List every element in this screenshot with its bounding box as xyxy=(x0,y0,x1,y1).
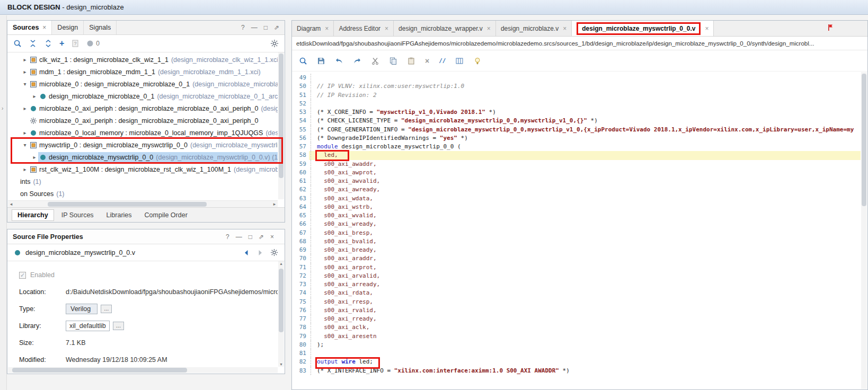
code-line[interactable]: 57module design_microblaze_myswctrlip_0_… xyxy=(292,143,861,151)
toggle-comment-icon[interactable]: // xyxy=(439,57,446,64)
code-line[interactable]: 49 xyxy=(292,74,861,82)
code-line[interactable]: 59 s00_axi_awaddr, xyxy=(292,160,861,169)
columns-icon[interactable] xyxy=(455,57,464,65)
tree-item-content[interactable]: microblaze_0_local_memory : microblaze_0… xyxy=(29,128,278,138)
chevron-right-icon[interactable]: ▸ xyxy=(31,154,38,160)
code-line[interactable]: 72 s00_axi_arvalid, xyxy=(292,272,861,280)
type-select[interactable]: Verilog xyxy=(66,304,98,314)
code-line[interactable]: 52 xyxy=(292,100,861,108)
sources-hierarchy-tree[interactable]: ▸clk_wiz_1 : design_microblaze_clk_wiz_1… xyxy=(7,52,278,199)
editor-tab[interactable]: design_microblaze_wrapper.v× xyxy=(394,21,496,36)
code-line[interactable]: 75 s00_axi_rresp, xyxy=(292,298,861,306)
tree-item-content[interactable]: ints(1) xyxy=(19,176,43,187)
browse-button[interactable]: ... xyxy=(113,322,124,330)
chevron-right-icon[interactable]: ▸ xyxy=(21,69,29,75)
messages-badge[interactable]: 0 xyxy=(86,40,100,47)
search-icon[interactable] xyxy=(13,39,22,48)
help-icon[interactable]: ? xyxy=(241,24,245,31)
editor-tab[interactable]: Diagram× xyxy=(292,21,334,36)
code-line[interactable]: 79 s00_axi_aresetn xyxy=(292,332,861,341)
code-line[interactable]: 76 s00_axi_rvalid, xyxy=(292,306,861,315)
code-line[interactable]: 60 s00_axi_awprot, xyxy=(292,169,861,177)
tree-item-content[interactable]: microblaze_0_axi_periph : design_microbl… xyxy=(29,103,278,113)
minimize-icon[interactable]: — xyxy=(236,233,242,241)
paste-icon[interactable] xyxy=(407,57,415,65)
scrollbar-thumb[interactable] xyxy=(862,74,866,206)
tree-horizontal-scrollbar[interactable]: ◂ ▸ xyxy=(8,200,278,207)
code-line[interactable]: 69 s00_axi_bready, xyxy=(292,246,861,254)
code-line[interactable]: 66 s00_axi_wready, xyxy=(292,220,861,228)
code-line[interactable]: 63 s00_axi_wdata, xyxy=(292,194,861,203)
code-line[interactable]: 62 s00_axi_awready, xyxy=(292,185,861,194)
scroll-up-icon[interactable]: ▴ xyxy=(278,261,284,266)
maximize-icon[interactable]: □ xyxy=(264,24,268,31)
scrollbar-thumb[interactable] xyxy=(279,269,284,332)
tree-item[interactable]: on Sources(1) xyxy=(7,188,278,199)
code-line[interactable]: 74 s00_axi_rdata, xyxy=(292,289,861,297)
tree-item[interactable]: ▸rst_clk_wiz_1_100M : design_microblaze_… xyxy=(7,163,278,175)
enabled-checkbox[interactable]: ✓ xyxy=(19,272,26,279)
tab-design[interactable]: Design xyxy=(52,21,84,34)
code-line[interactable]: 73 s00_axi_arready, xyxy=(292,280,861,289)
tree-item-content[interactable]: rst_clk_wiz_1_100M : design_microblaze_r… xyxy=(29,164,278,174)
back-icon[interactable] xyxy=(243,249,250,256)
code-line[interactable]: 83(* X_INTERFACE_INFO = "xilinx.com:inte… xyxy=(292,367,861,375)
tree-item-selected-content[interactable]: design_microblaze_myswctrlip_0_0(design_… xyxy=(38,152,278,162)
tree-item[interactable]: ▸microblaze_0_axi_periph : design_microb… xyxy=(7,102,278,114)
settings-gear-icon[interactable] xyxy=(270,39,279,48)
properties-vertical-scrollbar[interactable]: ▴ ▾ xyxy=(278,261,284,367)
help-icon[interactable]: ? xyxy=(226,233,229,241)
browse-button[interactable]: ... xyxy=(101,305,112,313)
tree-item[interactable]: ▸mdm_1 : design_microblaze_mdm_1_1(desig… xyxy=(7,66,278,78)
tab-compile-order[interactable]: Compile Order xyxy=(139,210,193,220)
tree-item[interactable]: ▾microblaze_0 : design_microblaze_microb… xyxy=(7,78,278,90)
chevron-down-icon[interactable]: ▾ xyxy=(21,142,29,148)
tab-ip-sources[interactable]: IP Sources xyxy=(56,210,99,220)
close-icon[interactable]: × xyxy=(42,24,46,31)
tree-vertical-scrollbar[interactable] xyxy=(278,52,284,199)
chevron-down-icon[interactable]: ▾ xyxy=(21,81,29,87)
code-line[interactable]: 53(* X_CORE_INFO = "myswctrlip_v1_0,Viva… xyxy=(292,108,861,117)
tab-signals[interactable]: Signals xyxy=(84,21,117,34)
code-line[interactable]: 68 s00_axi_bvalid, xyxy=(292,237,861,246)
close-icon[interactable]: × xyxy=(487,25,491,32)
forward-icon[interactable] xyxy=(256,249,264,256)
code-line[interactable]: 64 s00_axi_wstrb, xyxy=(292,203,861,211)
collapse-all-icon[interactable] xyxy=(29,39,37,48)
tree-item[interactable]: ▾myswctrlip_0 : design_microblaze_myswct… xyxy=(7,139,278,151)
code-line[interactable]: 82output wire led; xyxy=(292,358,861,366)
code-line[interactable]: 51// IP Revision: 2 xyxy=(292,91,861,100)
code-editor[interactable]: 4950// IP VLNV: xilinx.com:user:myswctrl… xyxy=(292,72,861,389)
code-line[interactable]: 58 led, xyxy=(292,151,861,159)
code-line[interactable]: 71 s00_axi_arprot, xyxy=(292,263,861,272)
code-line[interactable]: 81 xyxy=(292,349,861,358)
library-input[interactable]: xil_defaultlib xyxy=(66,321,110,331)
tree-item-content[interactable]: myswctrlip_0 : design_microblaze_myswctr… xyxy=(29,140,278,150)
copy-icon[interactable] xyxy=(389,57,397,65)
scroll-down-icon[interactable]: ▾ xyxy=(278,362,284,367)
tree-item[interactable]: microblaze_0_axi_periph : design_microbl… xyxy=(7,114,278,127)
properties-horizontal-scrollbar[interactable] xyxy=(8,367,278,373)
cut-icon[interactable] xyxy=(371,57,379,65)
delete-icon[interactable]: × xyxy=(425,57,429,65)
minimize-icon[interactable]: — xyxy=(251,24,258,31)
left-collapse-strip[interactable]: › xyxy=(0,15,7,390)
editor-tab[interactable]: Address Editor× xyxy=(334,21,394,36)
tree-item[interactable]: ints(1) xyxy=(7,175,278,188)
tree-item-content[interactable]: microblaze_0 : design_microblaze_microbl… xyxy=(29,79,278,89)
tab-sources[interactable]: Sources × xyxy=(7,21,52,34)
tab-hierarchy[interactable]: Hierarchy xyxy=(12,209,54,221)
tree-item[interactable]: ▸clk_wiz_1 : design_microblaze_clk_wiz_1… xyxy=(7,54,278,66)
light-bulb-icon[interactable] xyxy=(473,57,482,65)
maximize-icon[interactable]: □ xyxy=(249,233,252,241)
code-line[interactable]: 55(* CORE_GENERATION_INFO = "design_micr… xyxy=(292,126,861,134)
close-icon[interactable]: × xyxy=(270,233,274,241)
code-line[interactable]: 54(* CHECK_LICENSE_TYPE = "design_microb… xyxy=(292,117,861,125)
scrollbar-thumb[interactable] xyxy=(48,202,207,207)
close-icon[interactable]: × xyxy=(325,25,329,32)
code-line[interactable]: 67 s00_axi_bresp, xyxy=(292,229,861,237)
code-line[interactable]: 50// IP VLNV: xilinx.com:user:myswctrlip… xyxy=(292,82,861,91)
chevron-right-icon[interactable]: ▸ xyxy=(21,166,29,172)
chevron-right-icon[interactable]: ▸ xyxy=(21,105,29,111)
code-line[interactable]: 56(* DowngradeIPIdentifiedWarnings = "ye… xyxy=(292,134,861,143)
